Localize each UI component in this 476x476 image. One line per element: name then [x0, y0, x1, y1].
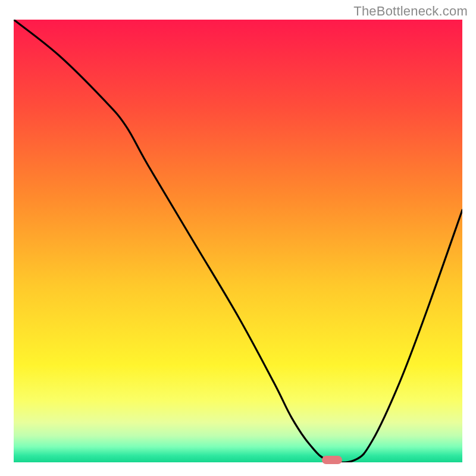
optimal-marker: [322, 456, 342, 464]
chart-svg: [14, 20, 462, 462]
gradient-background: [14, 20, 462, 462]
watermark-label: TheBottleneck.com: [353, 4, 468, 19]
chart-container: TheBottleneck.com: [0, 0, 476, 476]
chart-frame: [14, 20, 462, 462]
